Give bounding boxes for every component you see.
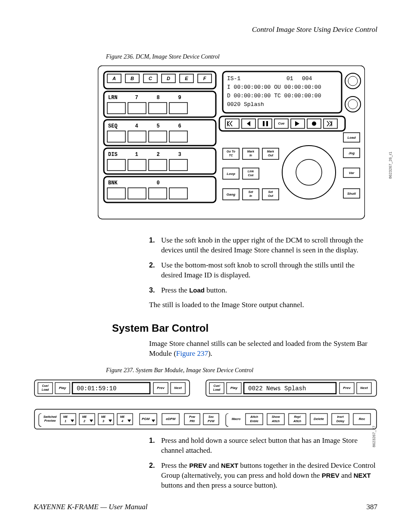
svg-text:In: In [249, 154, 252, 157]
svg-rect-46 [149, 188, 167, 199]
svg-text:Rec: Rec [359, 417, 365, 421]
svg-text:Var: Var [349, 171, 355, 175]
svg-text:Cue/: Cue/ [213, 384, 220, 387]
svg-rect-28 [107, 131, 125, 142]
svg-rect-30 [149, 131, 167, 142]
svg-text:A: A [112, 76, 116, 81]
svg-text:Out: Out [268, 194, 274, 197]
svg-text:C: C [149, 76, 153, 81]
svg-text:Shutl: Shutl [347, 192, 356, 196]
steps-a-followup: The still is loaded to the Image Store o… [149, 300, 377, 310]
svg-rect-97 [60, 414, 76, 425]
svg-text:IS-1: IS-1 [227, 75, 240, 82]
svg-rect-29 [128, 131, 146, 142]
svg-text:Link: Link [248, 170, 254, 173]
svg-text:3: 3 [178, 152, 181, 158]
me-3-button[interactable]: ME 3 [98, 414, 114, 425]
sysbar-bottom: Switched Preview ME 1 ME 2 ME 3 [34, 409, 377, 429]
svg-text:PGM: PGM [142, 417, 150, 421]
svg-text:Attch: Attch [250, 415, 258, 418]
svg-text:0022 News Splash: 0022 News Splash [248, 385, 306, 392]
svg-text:Sec: Sec [209, 415, 214, 418]
figure-237-caption: Figure 237. System Bar Module, Image Sto… [106, 367, 377, 375]
steps-b: Press and hold down a source select butt… [149, 436, 377, 491]
svg-text:0: 0 [156, 180, 159, 186]
svg-text:7: 7 [135, 95, 138, 101]
me-2-button[interactable]: ME 2 [79, 414, 95, 425]
svg-point-55 [348, 76, 358, 86]
dcm-row-bnk: BNK 0 [104, 177, 216, 202]
svg-rect-20 [128, 103, 146, 114]
step-item: Press the Load button. [149, 286, 377, 296]
svg-text:Gang: Gang [227, 193, 236, 196]
svg-text:I 00:00:00:00 OU 00:00:00:00: I 00:00:00:00 OU 00:00:00:00 [227, 84, 321, 90]
svg-text:Prev: Prev [343, 386, 351, 390]
skip-fwd-button[interactable] [324, 119, 337, 128]
svg-text:In: In [249, 194, 252, 197]
svg-rect-37 [107, 159, 125, 171]
svg-rect-44 [107, 188, 125, 199]
svg-text:Next: Next [360, 386, 368, 390]
svg-text:Load: Load [347, 136, 356, 140]
svg-text:Play: Play [230, 386, 238, 390]
transport-row: Cue [219, 116, 345, 131]
me-4-button[interactable]: ME 4 [117, 414, 133, 425]
svg-text:Attch: Attch [293, 420, 301, 423]
svg-text:B: B [131, 76, 134, 81]
figure-236: 8623267_26_r1 A B C D E F [85, 65, 377, 224]
svg-text:Prev: Prev [157, 386, 165, 390]
svg-text:Macro: Macro [232, 417, 241, 420]
svg-text:ME: ME [120, 415, 125, 418]
svg-text:BNK: BNK [108, 180, 118, 186]
svg-text:Insrt: Insrt [337, 415, 344, 418]
svg-point-65 [296, 159, 322, 185]
svg-text:Next: Next [174, 386, 182, 390]
pause-button[interactable] [258, 119, 272, 128]
svg-text:LRN: LRN [108, 95, 118, 101]
svg-text:Mark: Mark [267, 150, 274, 153]
svg-text:Show: Show [272, 415, 280, 418]
svg-rect-38 [128, 159, 146, 171]
svg-text:2: 2 [83, 420, 85, 423]
svg-text:00:01:59:10: 00:01:59:10 [77, 385, 116, 392]
svg-text:4: 4 [121, 420, 123, 423]
svg-text:ME: ME [63, 415, 68, 418]
svg-text:6: 6 [178, 123, 181, 129]
svg-text:Set: Set [268, 190, 274, 193]
figure-236-caption: Figure 236. DCM, Image Store Device Cont… [106, 53, 377, 61]
svg-text:Switched: Switched [44, 415, 57, 418]
svg-text:SEQ: SEQ [108, 123, 118, 129]
steps-a: Use the soft knob in the upper right of … [149, 236, 377, 296]
svg-text:D 00:00:00:00 TC 00:00:00:00: D 00:00:00:00 TC 00:00:00:00 [227, 93, 321, 99]
sysbar-group-a: Cue/ Load Play 00:01:59:10 Prev Next [34, 380, 190, 396]
svg-text:2: 2 [156, 152, 159, 158]
svg-rect-21 [149, 103, 167, 114]
svg-text:Mark: Mark [247, 150, 255, 153]
figure-237-link[interactable]: Figure 237 [176, 349, 208, 358]
section-heading: System Bar Control [112, 321, 377, 335]
svg-text:PVW: PVW [208, 420, 215, 423]
svg-text:Enble: Enble [250, 420, 258, 423]
svg-rect-106 [117, 414, 133, 425]
svg-text:1: 1 [135, 152, 138, 158]
step-item: Press and hold down a source select butt… [149, 436, 377, 456]
svg-text:5: 5 [156, 123, 159, 129]
svg-text:TC: TC [229, 154, 233, 157]
section-intro-post: ). [208, 349, 212, 358]
svg-rect-100 [79, 414, 95, 425]
sysbar-group-b: Cue/ Load Play 0022 News Splash Prev Nex… [206, 380, 377, 396]
me-1-button[interactable]: ME 1 [60, 414, 76, 425]
page-footer: KAYENNE K-FRAME — User Manual 387 [34, 502, 377, 512]
footer-page-number: 387 [367, 502, 378, 512]
svg-text:01: 01 [286, 75, 293, 82]
dcm-row-seq: SEQ 4 5 6 [104, 120, 216, 146]
svg-rect-40 [169, 159, 187, 171]
svg-text:DIS: DIS [108, 152, 118, 158]
pgm-button[interactable]: PGM [140, 414, 157, 425]
dcm-lcd: IS-1 01 004 I 00:00:00:00 OU 00:00:00:00… [223, 72, 342, 113]
svg-rect-19 [107, 103, 125, 114]
figure-236-side-id: 8623267_26_r1 [388, 152, 393, 179]
svg-text:Set: Set [249, 190, 254, 193]
figure-237: 8623267_27 Cue/ Load Play 00:01:59:10 Pr… [34, 379, 377, 434]
svg-text:4: 4 [135, 123, 138, 129]
